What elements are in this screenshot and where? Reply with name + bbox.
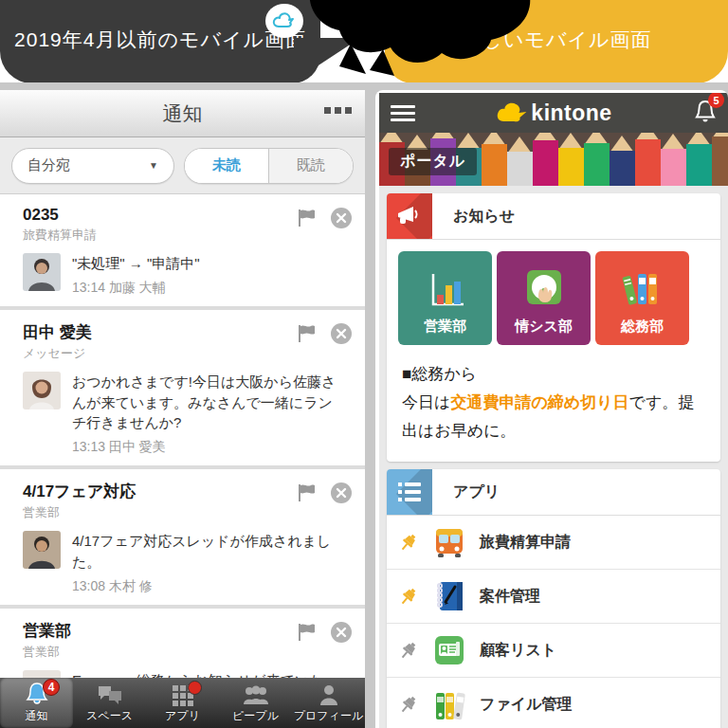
list-icon bbox=[387, 469, 432, 515]
read-state-segmented-control: 未読 既読 bbox=[184, 148, 354, 184]
portal-label: ポータル bbox=[389, 148, 477, 175]
notification-category: 営業部 bbox=[23, 644, 352, 661]
app-label: 案件管理 bbox=[480, 587, 540, 607]
notification-message: おつかれさまです!今日は大阪から佐藤さんが来ています。みなさんで一緒にランチ行き… bbox=[72, 372, 347, 433]
notification-category: 旅費精算申請 bbox=[23, 227, 352, 244]
notification-message: 4/17フェア対応スレッドが作成されました。 bbox=[72, 531, 347, 573]
app-row-travel-expense[interactable]: 旅費精算申請 bbox=[387, 516, 720, 569]
announcement-line: 今日は交通費申請の締め切り日です。提出はお早めに。 bbox=[402, 389, 705, 446]
recipient-filter-dropdown[interactable]: 自分宛 ▼ bbox=[11, 148, 174, 184]
announcement-heading: ■総務から bbox=[402, 360, 705, 389]
announcement-highlight: 交通費申請の締め切り日 bbox=[450, 393, 628, 411]
tab-label: スペース bbox=[86, 708, 133, 724]
pushpin-icon[interactable] bbox=[398, 694, 419, 715]
tab-apps[interactable]: アプリ bbox=[146, 678, 219, 728]
app-row-customer-list[interactable]: 顧客リスト bbox=[387, 623, 720, 677]
tab-label: ピープル bbox=[232, 708, 279, 724]
overflow-menu-icon[interactable] bbox=[324, 107, 352, 114]
notification-count-badge: 4 bbox=[43, 679, 60, 696]
dropdown-caret-icon: ▼ bbox=[149, 160, 158, 171]
decorative-blob bbox=[301, 0, 538, 82]
profile-icon bbox=[318, 683, 340, 706]
flag-icon[interactable] bbox=[297, 324, 318, 343]
tab-label: 通知 bbox=[26, 708, 48, 724]
dismiss-icon[interactable] bbox=[331, 323, 352, 344]
people-icon bbox=[242, 683, 270, 706]
tab-label: プロフィール bbox=[294, 708, 363, 724]
tile-general-affairs[interactable]: 総務部 bbox=[595, 251, 689, 345]
notification-item[interactable]: 田中 愛美 メッセージ おつかれさまです!今日は大阪から佐藤さんが来ています。み… bbox=[0, 310, 365, 465]
hamburger-icon[interactable] bbox=[391, 105, 415, 121]
dismiss-icon[interactable] bbox=[331, 208, 352, 228]
comparison-banner: 2019年4月以前のモバイル画面 新しいモバイル画面 bbox=[0, 0, 728, 90]
binders-icon bbox=[432, 687, 466, 721]
apps-new-dot bbox=[188, 681, 202, 695]
announcement-text: ■総務から 今日は交通費申請の締め切り日です。提出はお早めに。 bbox=[387, 355, 720, 462]
avatar bbox=[23, 253, 61, 291]
megaphone-icon bbox=[387, 193, 432, 239]
dismiss-icon[interactable] bbox=[331, 622, 352, 643]
tab-notifications[interactable]: 通知 4 bbox=[0, 678, 73, 728]
bar-chart-icon bbox=[426, 272, 465, 310]
tab-label: アプリ bbox=[165, 708, 200, 724]
tab-profile[interactable]: プロフィール bbox=[292, 678, 365, 728]
notification-list: 0235 旅費精算申請 "未処理" → "申請中" 13:14 加藤 大輔 田中… bbox=[0, 194, 365, 728]
notification-message: "未処理" → "申請中" bbox=[72, 253, 200, 274]
department-tiles: 営業部 情シス部 総務部 bbox=[387, 240, 720, 355]
apps-header: アプリ bbox=[387, 469, 720, 516]
notebook-icon bbox=[432, 579, 466, 613]
app-row-file-management[interactable]: ファイル管理 bbox=[387, 677, 720, 728]
notification-time: 13:08 木村 修 bbox=[72, 578, 347, 595]
tab-read[interactable]: 既読 bbox=[268, 149, 353, 183]
notification-category: 営業部 bbox=[23, 504, 352, 521]
notification-category: メッセージ bbox=[23, 345, 352, 362]
portal-banner-image: ポータル bbox=[379, 133, 728, 186]
binders-icon bbox=[622, 270, 664, 310]
flag-icon[interactable] bbox=[297, 209, 318, 228]
pushpin-icon[interactable] bbox=[398, 640, 419, 661]
cloud-outline-icon bbox=[265, 4, 303, 38]
flag-icon[interactable] bbox=[297, 623, 318, 642]
app-row-case-management[interactable]: 案件管理 bbox=[387, 569, 720, 623]
notification-time: 13:14 加藤 大輔 bbox=[72, 280, 200, 297]
apps-title: アプリ bbox=[453, 482, 500, 502]
banner-bottom-strip bbox=[0, 82, 728, 90]
contacts-icon bbox=[432, 633, 466, 667]
kintone-logo: kintone bbox=[495, 100, 611, 126]
notification-item[interactable]: 4/17フェア対応 営業部 4/17フェア対応スレッドが作成されました。 13:… bbox=[0, 469, 365, 605]
announcements-header: お知らせ bbox=[387, 193, 720, 240]
press-hand-icon bbox=[523, 268, 565, 310]
new-mobile-screen: kintone 5 ポータル お知らせ bbox=[375, 90, 728, 728]
notification-time: 13:13 田中 愛美 bbox=[72, 439, 347, 456]
flag-icon[interactable] bbox=[297, 483, 318, 502]
bus-icon bbox=[432, 525, 466, 559]
notification-filter-bar: 自分宛 ▼ 未読 既読 bbox=[0, 137, 365, 194]
old-version-label: 2019年4月以前のモバイル画面 bbox=[14, 27, 306, 53]
tab-spaces[interactable]: スペース bbox=[73, 678, 146, 728]
tile-label: 営業部 bbox=[424, 318, 466, 336]
tile-it[interactable]: 情シス部 bbox=[497, 251, 591, 345]
apps-card: アプリ 旅費精算申請 案件管理 顧客リスト ファイル管理 bbox=[387, 469, 720, 728]
bell-count-badge: 5 bbox=[708, 93, 724, 108]
kintone-cloud-icon bbox=[495, 100, 527, 125]
pushpin-icon[interactable] bbox=[398, 532, 419, 553]
tab-people[interactable]: ピープル bbox=[219, 678, 292, 728]
tab-unread[interactable]: 未読 bbox=[185, 149, 268, 183]
old-header: 通知 bbox=[0, 90, 365, 137]
page-title: 通知 bbox=[163, 100, 203, 127]
dismiss-icon[interactable] bbox=[331, 482, 352, 503]
notifications-button[interactable]: 5 bbox=[694, 99, 717, 127]
tile-sales[interactable]: 営業部 bbox=[398, 251, 492, 345]
new-header: kintone 5 bbox=[379, 93, 728, 133]
tile-label: 総務部 bbox=[621, 318, 664, 336]
pushpin-icon[interactable] bbox=[398, 586, 419, 607]
notification-item[interactable]: 0235 旅費精算申請 "未処理" → "申請中" 13:14 加藤 大輔 bbox=[0, 194, 365, 306]
app-label: ファイル管理 bbox=[480, 695, 573, 715]
recipient-filter-value: 自分宛 bbox=[27, 156, 70, 174]
avatar bbox=[23, 531, 61, 569]
app-label: 旅費精算申請 bbox=[480, 533, 571, 553]
announcements-card: お知らせ 営業部 情シス部 総務部 ■総務から 今日は交通費申請の締め切り日です… bbox=[387, 193, 720, 462]
old-mobile-screen: 通知 自分宛 ▼ 未読 既読 0235 旅費精算申請 bbox=[0, 90, 365, 728]
avatar bbox=[23, 372, 61, 410]
announcements-title: お知らせ bbox=[453, 207, 515, 227]
